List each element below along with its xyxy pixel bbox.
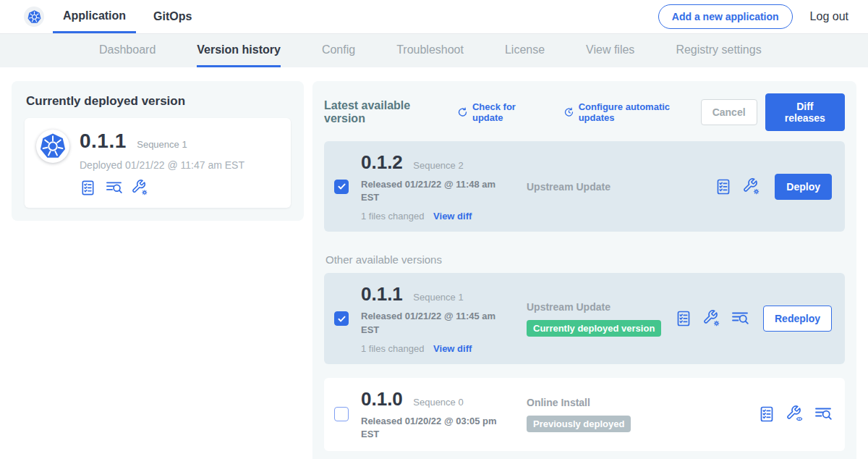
version-source: Upstream Update Currently deployed versi…: [516, 301, 666, 337]
sequence-label: Sequence 1: [413, 292, 463, 303]
view-files-icon[interactable]: [106, 180, 122, 196]
released-timestamp: Released 01/21/22 @ 11:45 am EST: [361, 310, 498, 336]
deployed-sequence-label: Sequence 1: [137, 139, 187, 150]
preflight-checks-icon[interactable]: [675, 310, 692, 327]
version-checkbox[interactable]: [334, 407, 349, 421]
deploy-button[interactable]: Deploy: [775, 174, 832, 200]
cancel-button[interactable]: Cancel: [701, 99, 757, 125]
source-label: Online Install: [527, 397, 749, 408]
version-actions: Redeploy: [675, 306, 832, 332]
source-label: Upstream Update: [527, 301, 666, 313]
files-changed-count: 1 files changed: [361, 211, 424, 222]
checkmark-icon: [337, 314, 346, 324]
top-nav-bar: Application GitOps Add a new application…: [0, 0, 868, 34]
files-changed-line: 1 files changed View diff: [361, 211, 516, 222]
released-timestamp: Released 01/21/22 @ 11:48 am EST: [361, 178, 498, 204]
previously-deployed-badge: Previously deployed: [527, 416, 631, 432]
configure-automatic-updates-link[interactable]: Configure automatic updates: [563, 101, 701, 123]
deployed-version-info: 0.1.1 Sequence 1 Deployed 01/21/22 @ 11:…: [80, 130, 244, 196]
check-for-update-label: Check for update: [472, 101, 545, 123]
version-number: 0.1.2: [361, 151, 403, 173]
view-diff-link[interactable]: View diff: [433, 343, 472, 354]
version-history-panel: Latest available version Check for updat…: [312, 81, 856, 459]
checkmark-icon: [337, 182, 346, 191]
edit-config-icon[interactable]: [703, 310, 720, 327]
currently-deployed-title: Currently deployed version: [26, 94, 291, 109]
version-checkbox[interactable]: [334, 180, 349, 194]
version-info: 0.1.1 Sequence 1 Released 01/21/22 @ 11:…: [361, 283, 516, 353]
latest-version-header: Latest available version Check for updat…: [324, 93, 845, 131]
files-changed-line: 1 files changed View diff: [361, 343, 516, 354]
app-subnav: Dashboard Version history Config Trouble…: [0, 34, 868, 67]
subnav-item-troubleshoot[interactable]: Troubleshoot: [396, 34, 464, 67]
deployed-version-number: 0.1.1: [80, 130, 127, 152]
deployed-version-card: 0.1.1 Sequence 1 Deployed 01/21/22 @ 11:…: [25, 118, 291, 208]
version-info: 0.1.2 Sequence 2 Released 01/21/22 @ 11:…: [361, 151, 516, 222]
version-source: Online Install Previously deployed: [516, 397, 749, 432]
preflight-checks-icon[interactable]: [80, 180, 96, 196]
view-diff-link[interactable]: View diff: [433, 211, 472, 222]
view-files-icon[interactable]: [814, 405, 832, 423]
version-row-0-1-0: 0.1.0 Sequence 0 Released 01/20/22 @ 03:…: [324, 378, 845, 451]
logout-link[interactable]: Log out: [810, 10, 848, 23]
currently-deployed-badge: Currently deployed version: [527, 320, 661, 337]
subnav-item-version-history[interactable]: Version history: [197, 34, 281, 67]
view-files-icon[interactable]: [731, 310, 749, 327]
version-checkbox[interactable]: [334, 311, 349, 326]
version-actions: [758, 405, 832, 423]
version-actions: Deploy: [715, 174, 832, 200]
redeploy-button[interactable]: Redeploy: [763, 306, 832, 332]
check-for-update-link[interactable]: Check for update: [457, 101, 545, 123]
version-row-0-1-2: 0.1.2 Sequence 2 Released 01/21/22 @ 11:…: [324, 141, 845, 232]
version-source: Upstream Update: [516, 181, 706, 193]
version-number: 0.1.0: [361, 388, 403, 410]
source-label: Upstream Update: [527, 181, 706, 193]
tab-application-label: Application: [63, 9, 126, 22]
subnav-item-view-files[interactable]: View files: [586, 34, 634, 67]
version-number: 0.1.1: [361, 283, 403, 305]
view-config-icon[interactable]: [786, 405, 804, 423]
refresh-icon: [457, 106, 468, 118]
subnav-item-registry-settings[interactable]: Registry settings: [676, 34, 761, 67]
tab-gitops-label: GitOps: [153, 10, 192, 23]
auto-update-clock-icon: [563, 106, 574, 118]
main-content: Currently deployed version 0.1.1 Sequenc…: [0, 67, 868, 459]
sequence-label: Sequence 0: [413, 397, 463, 408]
add-application-button[interactable]: Add a new application: [658, 4, 793, 29]
deployed-action-icons: [80, 180, 244, 196]
top-right-actions: Add a new application Log out: [658, 0, 868, 33]
edit-config-icon[interactable]: [132, 180, 148, 196]
kubernetes-logo-icon: [24, 7, 44, 27]
tab-application[interactable]: Application: [53, 0, 136, 33]
app-kubernetes-icon: [36, 130, 69, 163]
currently-deployed-panel: Currently deployed version 0.1.1 Sequenc…: [12, 81, 304, 221]
subnav-item-dashboard[interactable]: Dashboard: [99, 34, 156, 67]
files-changed-count: 1 files changed: [361, 343, 424, 354]
preflight-checks-icon[interactable]: [715, 178, 732, 195]
diff-releases-button[interactable]: Diff releases: [765, 93, 845, 131]
deployed-timestamp: Deployed 01/21/22 @ 11:47 am EST: [80, 159, 244, 171]
other-versions-title: Other available versions: [326, 253, 845, 266]
tab-gitops[interactable]: GitOps: [143, 0, 202, 33]
sequence-label: Sequence 2: [413, 160, 463, 171]
latest-version-title: Latest available version: [324, 99, 447, 125]
edit-config-icon[interactable]: [743, 178, 760, 195]
version-row-0-1-1: 0.1.1 Sequence 1 Released 01/21/22 @ 11:…: [324, 273, 845, 363]
subnav-item-config[interactable]: Config: [322, 34, 355, 67]
preflight-checks-icon[interactable]: [758, 405, 775, 423]
released-timestamp: Released 01/20/22 @ 03:05 pm EST: [361, 415, 498, 441]
top-tabs: Application GitOps: [53, 0, 209, 33]
subnav-item-license[interactable]: License: [505, 34, 545, 67]
configure-automatic-updates-label: Configure automatic updates: [579, 101, 701, 123]
version-info: 0.1.0 Sequence 0 Released 01/20/22 @ 03:…: [361, 388, 516, 441]
